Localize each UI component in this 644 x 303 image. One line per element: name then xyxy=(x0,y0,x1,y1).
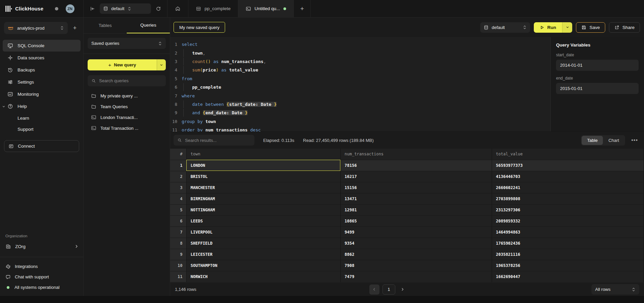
sidebar-item-sql-console[interactable]: SQL Console xyxy=(3,40,81,52)
cell-val[interactable]: 1965378256 xyxy=(492,260,644,271)
new-query-caret[interactable] xyxy=(157,59,166,70)
cell-num[interactable]: 9499 xyxy=(340,226,492,238)
cell-num[interactable]: 16217 xyxy=(340,171,492,182)
start-date-input[interactable] xyxy=(556,60,639,71)
page-size-select[interactable]: All rows xyxy=(591,284,639,295)
column-header-town[interactable]: town xyxy=(186,149,340,160)
more-options-icon[interactable]: ••• xyxy=(630,137,639,143)
cell-val[interactable]: 2035821116 xyxy=(492,249,644,260)
cell-town[interactable]: LEICESTER xyxy=(186,249,340,260)
cell-town[interactable]: SOUTHAMPTON xyxy=(186,260,340,271)
system-status[interactable]: All systems operational xyxy=(0,282,83,293)
cell-num[interactable]: 12981 xyxy=(340,204,492,215)
cell-val[interactable]: 4136446703 xyxy=(492,171,644,182)
cell-town[interactable]: SHEFFIELD xyxy=(186,238,340,249)
line-number: 9 xyxy=(170,110,182,115)
next-page-button[interactable] xyxy=(398,284,407,295)
cell-val[interactable]: 1765902436 xyxy=(492,238,644,249)
cell-num[interactable]: 15156 xyxy=(340,182,492,193)
search-results-input[interactable] xyxy=(185,138,251,143)
run-database-select[interactable]: default xyxy=(480,22,530,33)
variable-label: end_date xyxy=(556,76,639,81)
tab-pp-complete[interactable]: pp_complete xyxy=(188,0,238,17)
brand-name: ClickHouse xyxy=(15,6,43,11)
saved-queries-select[interactable]: Saved queries xyxy=(88,38,166,49)
home-button[interactable] xyxy=(167,0,188,17)
sidebar-item-label: SQL Console xyxy=(18,43,44,48)
cell-val[interactable]: 2313297306 xyxy=(492,204,644,215)
cell-num[interactable]: 9354 xyxy=(340,238,492,249)
sidebar-item-learn[interactable]: Learn xyxy=(0,113,83,124)
notification-dot[interactable] xyxy=(55,7,58,10)
cell-town[interactable]: LEEDS xyxy=(186,215,340,226)
collapse-sidebar-icon[interactable] xyxy=(90,6,95,11)
plus-icon: + xyxy=(108,62,111,68)
new-tab-button[interactable]: + xyxy=(294,0,311,17)
sidebar-item-monitoring[interactable]: Monitoring xyxy=(3,88,81,100)
cell-num[interactable]: 10865 xyxy=(340,215,492,226)
tab-untitled-query[interactable]: Untitled qu... xyxy=(238,0,294,17)
tab-queries[interactable]: Queries xyxy=(127,18,170,33)
cell-town[interactable]: BRISTOL xyxy=(186,171,340,182)
cell-town[interactable]: MANCHESTER xyxy=(186,182,340,193)
connect-button[interactable]: Connect xyxy=(4,140,79,152)
sidebar-item-settings[interactable]: Settings xyxy=(3,76,81,88)
sidebar-item-help[interactable]: Help xyxy=(3,100,81,112)
end-date-input[interactable] xyxy=(556,83,639,94)
query-list-item[interactable]: Total Transaction ... xyxy=(84,123,170,133)
run-button[interactable]: Run xyxy=(534,22,572,33)
cell-num[interactable]: 7908 xyxy=(340,260,492,271)
cell-num[interactable]: 78156 xyxy=(340,160,492,171)
new-query-button[interactable]: + New query xyxy=(88,59,166,70)
share-button[interactable]: Share xyxy=(609,22,640,33)
sidebar-item-data-sources[interactable]: Data sources xyxy=(3,52,81,64)
workspace-select[interactable]: aws analytics-prod xyxy=(4,22,68,34)
cell-val[interactable]: 2660602241 xyxy=(492,182,644,193)
cell-val[interactable]: 56593977373 xyxy=(492,160,644,171)
add-workspace-button[interactable]: + xyxy=(70,25,79,32)
sql-editor[interactable]: 1select 2town, 3count() as num_transacti… xyxy=(170,37,550,131)
prev-page-button[interactable] xyxy=(369,284,379,295)
search-queries-box[interactable] xyxy=(88,75,166,86)
cell-num[interactable]: 7479 xyxy=(340,271,492,282)
search-queries-input[interactable] xyxy=(99,78,162,83)
cell-town[interactable]: BIRMINGHAM xyxy=(186,193,340,204)
sidebar-item-chat-support[interactable]: Chat with support xyxy=(0,272,83,282)
run-label: Run xyxy=(547,25,556,30)
query-variables-title: Query Variables xyxy=(556,42,639,48)
cell-val[interactable]: 2089859332 xyxy=(492,215,644,226)
cell-val[interactable]: 2703899808 xyxy=(492,193,644,204)
cell-town-selected[interactable]: LONDON xyxy=(186,160,340,171)
cell-town[interactable]: NORWICH xyxy=(186,271,340,282)
sidebar-item-support[interactable]: Support xyxy=(0,124,83,135)
save-button[interactable]: Save xyxy=(576,22,605,33)
user-avatar[interactable]: ZN xyxy=(66,4,74,13)
cell-num[interactable]: 13471 xyxy=(340,193,492,204)
tab-tables[interactable]: Tables xyxy=(84,18,127,33)
window-bottom-strip xyxy=(0,296,644,303)
cell-town[interactable]: LIVERPOOL xyxy=(186,226,340,238)
cell-val[interactable]: 1662690447 xyxy=(492,271,644,282)
row-index: 3 xyxy=(170,182,186,193)
refresh-icon[interactable] xyxy=(156,6,161,11)
search-results-box[interactable] xyxy=(174,135,254,146)
organization-item[interactable]: ZOrg xyxy=(0,241,83,252)
cell-val[interactable]: 1464994863 xyxy=(492,226,644,238)
cell-num[interactable]: 8862 xyxy=(340,249,492,260)
run-options-caret[interactable] xyxy=(562,22,572,33)
view-table-button[interactable]: Table xyxy=(582,136,603,145)
page-number[interactable]: 1 xyxy=(382,284,395,295)
saved-query-tab[interactable]: My new saved query xyxy=(174,22,225,33)
column-header-num-transactions[interactable]: num_transactions xyxy=(340,149,492,160)
sidebar-item-backups[interactable]: Backups xyxy=(3,64,81,76)
view-chart-button[interactable]: Chart xyxy=(603,136,624,145)
topbar-database-select[interactable]: default xyxy=(100,3,151,14)
query-list-item[interactable]: London Transacti... xyxy=(84,112,170,123)
query-list-item[interactable]: Team Queries xyxy=(84,101,170,112)
sidebar-item-integrations[interactable]: Integrations xyxy=(0,261,83,272)
cell-town[interactable]: NOTTINGHAM xyxy=(186,204,340,215)
column-header-total-value[interactable]: total_value xyxy=(492,149,644,160)
table-row: 6LEEDS108652089859332 xyxy=(170,215,644,226)
query-list-item[interactable]: My private query ... xyxy=(84,90,170,101)
table-header-row: # town num_transactions total_value xyxy=(170,149,644,160)
